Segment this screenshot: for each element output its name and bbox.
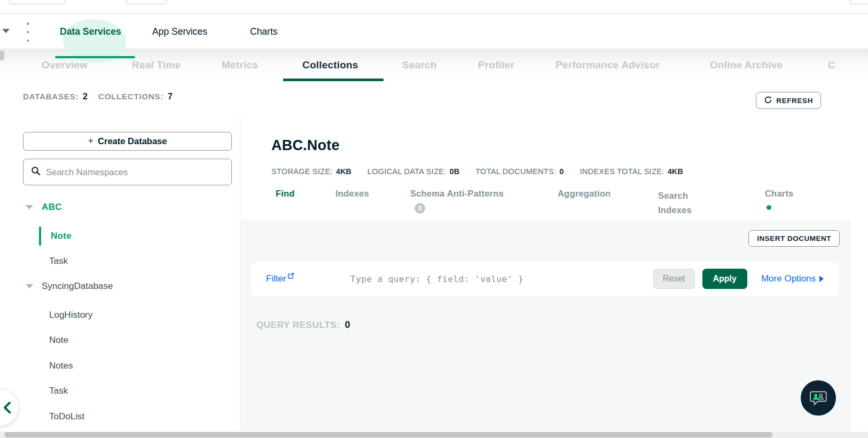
stat-value: 0B bbox=[450, 167, 460, 176]
charts-status-dot bbox=[767, 205, 771, 210]
collection-main: ABC.Note STORAGE SIZE: 4KB LOGICAL DATA … bbox=[240, 115, 851, 438]
chevron-down-icon[interactable] bbox=[26, 205, 33, 209]
query-filter-bar: Filter Reset Apply More Options bbox=[252, 262, 839, 296]
sidebar-collection-abc-note[interactable]: Note bbox=[0, 225, 240, 247]
tab-search-indexes[interactable]: Search Indexes bbox=[658, 189, 699, 217]
tab-label: Charts bbox=[765, 189, 793, 198]
stat-label: INDEXES TOTAL SIZE: bbox=[580, 167, 664, 176]
tab-app-services[interactable]: App Services bbox=[152, 14, 207, 49]
filter-label: Filter bbox=[266, 273, 286, 284]
more-options-link[interactable]: More Options bbox=[761, 273, 824, 284]
sidebar-collection-note[interactable]: Note bbox=[0, 330, 240, 351]
search-namespaces-box[interactable] bbox=[23, 159, 232, 185]
sidebar-collection-task[interactable]: Task bbox=[0, 380, 240, 402]
stat-label: TOTAL DOCUMENTS: bbox=[475, 167, 556, 176]
horizontal-scrollbar-track[interactable] bbox=[0, 432, 868, 438]
query-results: QUERY RESULTS: 0 bbox=[256, 319, 350, 331]
query-input[interactable] bbox=[350, 274, 653, 284]
database-name: SyncingDatabase bbox=[42, 281, 113, 292]
sidebar-database-syncingdatabase[interactable]: SyncingDatabase bbox=[0, 276, 240, 297]
cluster-sub-nav: Overview Real Time Metrics Collections S… bbox=[0, 49, 868, 81]
refresh-label: REFRESH bbox=[776, 97, 813, 105]
top-nav: Data Services App Services Charts bbox=[0, 14, 868, 49]
chevron-down-icon[interactable] bbox=[26, 284, 33, 288]
collection-name: LogHistory bbox=[49, 310, 92, 320]
subnav-real-time[interactable]: Real Time bbox=[132, 49, 181, 81]
tab-charts[interactable]: Charts bbox=[765, 189, 793, 210]
arrow-right-icon bbox=[819, 276, 824, 282]
subnav-search[interactable]: Search bbox=[402, 49, 437, 81]
tab-label: Schema Anti-Patterns bbox=[410, 189, 504, 198]
plus-icon: + bbox=[88, 136, 94, 147]
collection-tabs: Find Indexes Schema Anti-Patterns 0 Aggr… bbox=[240, 189, 851, 220]
stat-value: 4KB bbox=[668, 167, 683, 176]
storage-size-stat: STORAGE SIZE: 4KB bbox=[271, 167, 351, 176]
find-panel: INSERT DOCUMENT Filter Reset Apply More … bbox=[240, 220, 851, 438]
query-results-value: 0 bbox=[345, 319, 350, 331]
active-tab-underline bbox=[55, 56, 135, 58]
collection-name: Note bbox=[51, 231, 72, 241]
apply-button[interactable]: Apply bbox=[702, 269, 747, 289]
create-database-label: Create Database bbox=[98, 136, 167, 146]
collection-name: Task bbox=[49, 256, 68, 267]
active-collection-bar bbox=[39, 226, 41, 246]
tab-indexes[interactable]: Indexes bbox=[335, 189, 369, 199]
subnav-performance-advisor[interactable]: Performance Advisor bbox=[556, 49, 660, 81]
refresh-button[interactable]: REFRESH bbox=[756, 92, 821, 109]
total-documents-stat: TOTAL DOCUMENTS: 0 bbox=[475, 167, 564, 176]
schema-anti-patterns-badge: 0 bbox=[415, 203, 425, 214]
namespace-stats-row: DATABASES: 2 COLLECTIONS: 7 REFRESH bbox=[0, 81, 868, 115]
subnav-collections[interactable]: Collections bbox=[302, 49, 358, 81]
more-options-label: More Options bbox=[761, 273, 816, 284]
chevron-left-icon bbox=[2, 401, 14, 414]
stat-label: LOGICAL DATA SIZE: bbox=[367, 167, 447, 176]
subnav-profiler[interactable]: Profiler bbox=[478, 49, 514, 81]
sidebar-collection-loghistory[interactable]: LogHistory bbox=[0, 304, 240, 326]
sidebar-database-abc[interactable]: ABC bbox=[0, 197, 240, 218]
collection-name: Task bbox=[49, 386, 68, 396]
tab-schema-anti-patterns[interactable]: Schema Anti-Patterns 0 bbox=[410, 189, 504, 214]
tab-charts-top[interactable]: Charts bbox=[250, 14, 278, 49]
tab-find[interactable]: Find bbox=[276, 189, 295, 199]
support-chat-button[interactable] bbox=[801, 380, 836, 416]
collection-name: Notes bbox=[49, 361, 73, 371]
left-scrollbar-fragment[interactable] bbox=[0, 51, 4, 60]
create-database-button[interactable]: + Create Database bbox=[23, 132, 232, 151]
collections-count: COLLECTIONS: 7 bbox=[98, 92, 173, 101]
stat-value: 0 bbox=[559, 167, 564, 176]
logical-data-size-stat: LOGICAL DATA SIZE: 0B bbox=[367, 167, 459, 176]
page-title: ABC.Note bbox=[271, 137, 340, 154]
atlas-collections-page: Data Services App Services Charts Overvi… bbox=[0, 0, 868, 438]
insert-document-button[interactable]: INSERT DOCUMENT bbox=[748, 230, 840, 247]
collection-name: Note bbox=[49, 335, 68, 346]
search-namespaces-input[interactable] bbox=[46, 167, 224, 177]
browser-tab-fragment bbox=[126, 0, 167, 4]
indexes-total-size-stat: INDEXES TOTAL SIZE: 4KB bbox=[580, 167, 683, 176]
search-icon bbox=[31, 166, 41, 178]
subnav-truncated-tab[interactable]: C bbox=[828, 49, 835, 81]
external-link-icon bbox=[287, 272, 294, 279]
horizontal-scrollbar-thumb[interactable] bbox=[4, 432, 772, 437]
collections-label: COLLECTIONS: bbox=[98, 92, 163, 101]
collection-name: ToDoList bbox=[49, 411, 84, 422]
refresh-icon bbox=[764, 96, 772, 106]
databases-label: DATABASES: bbox=[23, 92, 79, 101]
reset-button[interactable]: Reset bbox=[653, 269, 695, 289]
subnav-online-archive[interactable]: Online Archive bbox=[710, 49, 783, 81]
namespace-sidebar: + Create Database ABC Note Task SyncingD… bbox=[0, 115, 240, 438]
tab-data-services[interactable]: Data Services bbox=[60, 14, 121, 49]
browser-tab-fragment bbox=[9, 0, 65, 4]
sidebar-collection-todolist[interactable]: ToDoList bbox=[0, 406, 240, 427]
browser-tab-fragment bbox=[850, 0, 868, 4]
namespace-counts: DATABASES: 2 COLLECTIONS: 7 bbox=[23, 92, 173, 101]
databases-value: 2 bbox=[83, 92, 88, 101]
tab-aggregation[interactable]: Aggregation bbox=[558, 189, 611, 199]
filter-link[interactable]: Filter bbox=[266, 273, 294, 284]
database-name: ABC bbox=[42, 202, 62, 213]
databases-count: DATABASES: 2 bbox=[23, 92, 88, 101]
query-results-label: QUERY RESULTS: bbox=[256, 320, 340, 331]
top-strip bbox=[0, 0, 868, 14]
sidebar-collection-notes[interactable]: Notes bbox=[0, 355, 240, 377]
sidebar-collection-abc-task[interactable]: Task bbox=[0, 251, 240, 272]
subnav-metrics[interactable]: Metrics bbox=[222, 49, 258, 81]
